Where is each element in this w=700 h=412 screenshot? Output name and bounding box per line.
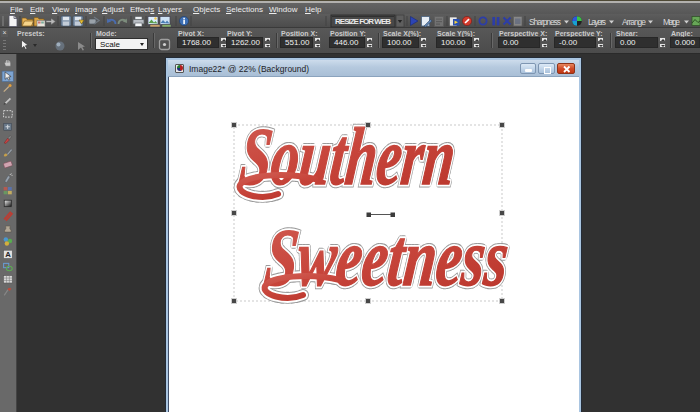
- svg-text:A: A: [5, 250, 11, 259]
- svg-text:Layers: Layers: [588, 17, 606, 27]
- svg-text:Arrange: Arrange: [622, 17, 646, 27]
- svg-text:Southern: Southern: [236, 111, 460, 202]
- svg-text:Sweetness: Sweetness: [261, 212, 513, 303]
- svg-text:RESIZE FOR WEB: RESIZE FOR WEB: [335, 17, 391, 26]
- svg-text:Sharpness: Sharpness: [529, 17, 561, 27]
- svg-text:Merge: Merge: [663, 17, 680, 27]
